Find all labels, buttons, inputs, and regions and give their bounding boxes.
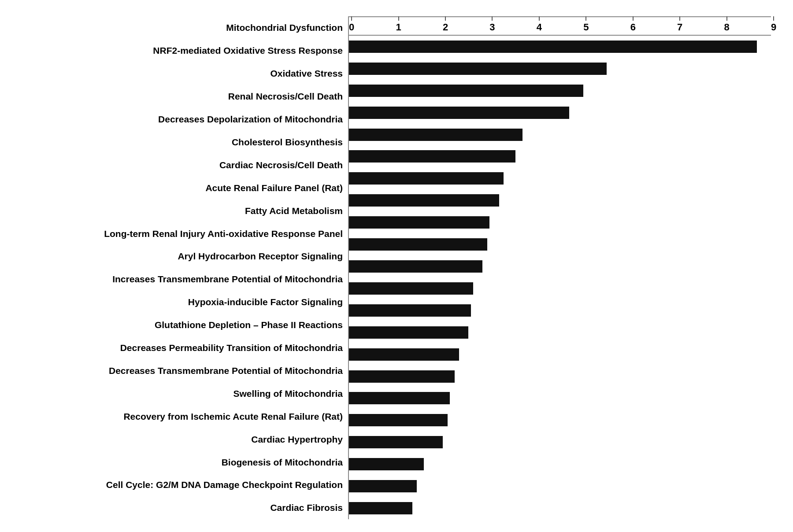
bar-label: Cell Cycle: G2/M DNA Damage Checkpoint R…	[22, 478, 343, 491]
bar-row	[349, 413, 771, 428]
bar	[349, 502, 412, 514]
bar-label: NRF2-mediated Oxidative Stress Response	[22, 44, 343, 57]
axis-tick: 6	[630, 16, 636, 33]
tick-line	[351, 16, 352, 21]
bar	[349, 260, 482, 273]
bar-label: Glutathione Depletion – Phase II Reactio…	[22, 318, 343, 331]
bar	[349, 63, 607, 75]
bar-label: Swelling of Mitochondria	[22, 387, 343, 400]
bar-label: Renal Necrosis/Cell Death	[22, 90, 343, 103]
bar-label: Hypoxia-inducible Factor Signaling	[22, 296, 343, 308]
bar-label: Cardiac Hypertrophy	[22, 433, 343, 446]
tick-label: 9	[771, 22, 776, 33]
bar-label: Recovery from Ischemic Acute Renal Failu…	[22, 410, 343, 423]
bar-row	[349, 347, 771, 362]
bar	[349, 107, 569, 119]
bar-label: Long-term Renal Injury Anti-oxidative Re…	[22, 227, 343, 240]
tick-line	[773, 16, 774, 21]
bar-row	[349, 501, 771, 516]
bar-row	[349, 61, 771, 76]
axis-tick: 5	[583, 16, 589, 33]
bar	[349, 41, 757, 53]
bar	[349, 238, 487, 251]
tick-line	[679, 16, 680, 21]
bar	[349, 480, 417, 492]
tick-label: 4	[537, 22, 542, 33]
tick-line	[726, 16, 727, 21]
tick-label: 2	[443, 22, 448, 33]
bar-label: Oxidative Stress	[22, 67, 343, 80]
bar-row	[349, 149, 771, 164]
bar	[349, 414, 448, 426]
bars-wrapper	[348, 35, 771, 519]
bar-row	[349, 303, 771, 318]
bar-row	[349, 391, 771, 406]
bar-label: Biogenesis of Mitochondria	[22, 456, 343, 469]
bar	[349, 85, 583, 97]
tick-line	[539, 16, 540, 21]
bar	[349, 304, 471, 317]
labels-column: Mitochondrial DysfunctionNRF2-mediated O…	[22, 16, 348, 519]
bar-row	[349, 435, 771, 450]
bar-label: Acute Renal Failure Panel (Rat)	[22, 181, 343, 194]
bar	[349, 436, 443, 448]
tick-line	[445, 16, 446, 21]
bar	[349, 282, 473, 295]
bar	[349, 370, 455, 383]
tick-label: 7	[677, 22, 682, 33]
bar-row	[349, 171, 771, 186]
bar	[349, 326, 468, 339]
tick-line	[398, 16, 399, 21]
bar-row	[349, 127, 771, 142]
axis-tick: 7	[677, 16, 682, 33]
tick-line	[492, 16, 493, 21]
chart-container: Mitochondrial DysfunctionNRF2-mediated O…	[22, 13, 771, 519]
bar-row	[349, 193, 771, 208]
bar-row	[349, 457, 771, 472]
bar	[349, 392, 450, 404]
axis-ticks-container: 0123456789	[348, 16, 771, 35]
tick-line	[585, 16, 586, 21]
bar-label: Decreases Transmembrane Potential of Mit…	[22, 364, 343, 377]
tick-line	[633, 16, 634, 21]
bar-row	[349, 237, 771, 252]
bar	[349, 194, 499, 207]
bar-row	[349, 479, 771, 494]
bar-label: Cholesterol Biosynthesis	[22, 136, 343, 148]
bar-label: Cardiac Fibrosis	[22, 501, 343, 514]
bar-label: Cardiac Necrosis/Cell Death	[22, 159, 343, 171]
bar-row	[349, 369, 771, 384]
bar-row	[349, 259, 771, 274]
axis-tick: 0	[349, 16, 354, 33]
axis-tick: 1	[396, 16, 401, 33]
tick-label: 6	[630, 22, 636, 33]
bar-label: Aryl Hydrocarbon Receptor Signaling	[22, 250, 343, 262]
bar-label: Decreases Depolarization of Mitochondria	[22, 113, 343, 126]
bar	[349, 348, 459, 361]
axis-tick: 2	[443, 16, 448, 33]
bar-row	[349, 281, 771, 296]
bar-row	[349, 83, 771, 98]
tick-label: 3	[489, 22, 495, 33]
axis-tick: 9	[771, 16, 776, 33]
axis-tick: 8	[724, 16, 730, 33]
tick-label: 8	[724, 22, 730, 33]
bar-label: Mitochondrial Dysfunction	[22, 21, 343, 34]
bar	[349, 150, 515, 163]
bar-row	[349, 39, 771, 54]
axis-tick: 4	[537, 16, 542, 33]
bar-row	[349, 215, 771, 230]
chart-area: Mitochondrial DysfunctionNRF2-mediated O…	[22, 16, 771, 519]
bar	[349, 172, 504, 185]
tick-label: 5	[583, 22, 589, 33]
bar	[349, 129, 522, 141]
bar-label: Fatty Acid Metabolism	[22, 204, 343, 217]
axis-tick: 3	[489, 16, 495, 33]
bars-section: 0123456789	[348, 16, 771, 519]
bar-label: Increases Transmembrane Potential of Mit…	[22, 273, 343, 285]
tick-label: 0	[349, 22, 354, 33]
bar-row	[349, 325, 771, 340]
tick-label: 1	[396, 22, 401, 33]
bar-row	[349, 105, 771, 120]
bar	[349, 216, 489, 229]
